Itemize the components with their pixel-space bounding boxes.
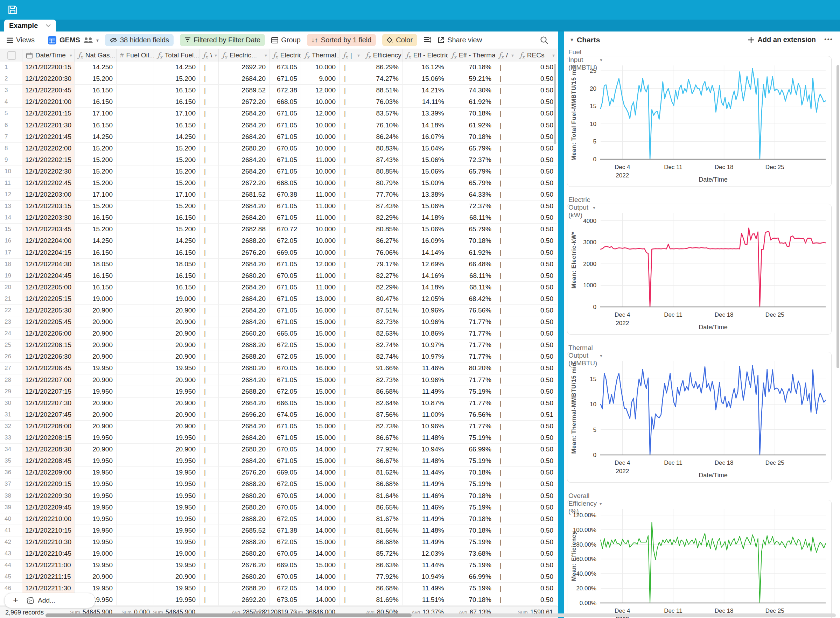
cell-fueloil[interactable] (116, 362, 154, 374)
cell-bar3[interactable]: | (495, 282, 516, 293)
cell-recs[interactable]: 0.50 (516, 166, 557, 177)
cell-thermal[interactable]: 14.000 (301, 467, 339, 478)
cell-bar2[interactable]: | (339, 409, 362, 420)
cell-recs[interactable]: 0.50 (516, 235, 557, 247)
cell-bar1[interactable]: | (199, 270, 219, 281)
cell-efficiency[interactable]: 80.79% (362, 177, 403, 189)
cell-bar2[interactable]: | (339, 478, 362, 490)
cell-bar2[interactable]: | (339, 270, 362, 281)
cell-eff_electric[interactable]: 16.07% (403, 131, 448, 143)
color-button[interactable]: Color (382, 34, 417, 46)
cell-bar2[interactable]: | (339, 374, 362, 386)
cell-datetime[interactable]: 12/1/202211:00 (22, 560, 74, 571)
cell-electric[interactable]: 2680.20 (219, 270, 269, 281)
cell-bar3[interactable]: | (495, 455, 516, 466)
cell-eff_thermal[interactable]: 66.99% (448, 571, 495, 582)
cell-bar3[interactable]: | (495, 212, 516, 223)
cell-totalfuel[interactable]: 19.950 (154, 432, 199, 443)
cell-fueloil[interactable] (116, 108, 154, 119)
cell-recs[interactable]: 0.50 (516, 548, 557, 559)
cell-recs[interactable]: 0.50 (516, 583, 557, 594)
cell-electric2[interactable]: 674.05 (269, 409, 301, 420)
cell-bar1[interactable]: | (199, 502, 219, 513)
cell-bar1[interactable]: | (199, 583, 219, 594)
cell-totalfuel[interactable]: 20.900 (154, 351, 199, 362)
cell-fueloil[interactable] (116, 224, 154, 235)
cell-eff_electric[interactable]: 13.38% (403, 189, 448, 200)
cell-eff_electric[interactable]: 14.18% (403, 212, 448, 223)
cell-eff_electric[interactable]: 11.44% (403, 467, 448, 478)
table-row[interactable]: 4012/1/202210:0019.95019.950|2688.20672.… (0, 513, 557, 525)
cell-bar2[interactable]: | (339, 305, 362, 316)
cell-thermal[interactable]: 10.000 (301, 247, 339, 258)
cell-natgas[interactable]: 15.200 (74, 166, 116, 177)
cell-rownum[interactable]: 46 (0, 583, 22, 594)
cell-thermal[interactable]: 14.000 (301, 583, 339, 594)
cell-recs[interactable]: 0.50 (516, 374, 557, 386)
cell-bar1[interactable]: | (199, 386, 219, 397)
table-row[interactable]: 3912/1/202209:4519.95019.950|2680.20670.… (0, 502, 557, 513)
cell-datetime[interactable]: 12/1/202202:45 (22, 177, 74, 189)
cell-bar2[interactable]: | (339, 583, 362, 594)
cell-rownum[interactable]: 39 (0, 502, 22, 513)
cell-bar3[interactable]: | (495, 189, 516, 200)
cell-electric[interactable]: 2684.20 (219, 282, 269, 293)
cell-natgas[interactable]: 16.150 (74, 247, 116, 258)
table-row[interactable]: 2312/1/202205:4520.90020.900|2684.20671.… (0, 316, 557, 328)
cell-electric2[interactable]: 670.38 (269, 189, 301, 200)
cell-bar1[interactable]: | (199, 73, 219, 84)
cell-natgas[interactable]: 15.200 (74, 73, 116, 84)
cell-natgas[interactable]: 20.900 (74, 305, 116, 316)
cell-electric2[interactable]: 672.05 (269, 235, 301, 247)
cell-rownum[interactable]: 37 (0, 478, 22, 490)
cell-natgas[interactable]: 19.950 (74, 513, 116, 524)
cell-natgas[interactable]: 20.900 (74, 328, 116, 339)
cell-electric[interactable]: 2684.20 (219, 316, 269, 328)
cell-bar3[interactable]: | (495, 247, 516, 258)
cell-electric[interactable]: 2688.20 (219, 386, 269, 397)
cell-recs[interactable]: 0.50 (516, 525, 557, 536)
cell-bar3[interactable]: | (495, 594, 516, 605)
cell-bar1[interactable]: | (199, 108, 219, 119)
cell-rownum[interactable]: 22 (0, 305, 22, 316)
cell-thermal[interactable]: 10.000 (301, 177, 339, 189)
cell-electric2[interactable]: 671.05 (269, 201, 301, 212)
cell-bar2[interactable]: | (339, 316, 362, 328)
cell-eff_electric[interactable]: 14.18% (403, 119, 448, 131)
table-row[interactable]: 3212/1/202208:0020.90020.900|2684.20671.… (0, 420, 557, 432)
cell-efficiency[interactable]: 88.51% (362, 85, 403, 96)
cell-electric2[interactable]: 669.05 (269, 560, 301, 571)
cell-eff_electric[interactable]: 12.03% (403, 548, 448, 559)
cell-bar1[interactable]: | (199, 467, 219, 478)
cell-fueloil[interactable] (116, 560, 154, 571)
cell-fueloil[interactable] (116, 258, 154, 270)
column-header-natgas[interactable]: ƒxNat Gas...▾ (74, 49, 116, 62)
cell-datetime[interactable]: 12/1/202200:30 (22, 73, 74, 84)
cell-totalfuel[interactable]: 19.950 (154, 478, 199, 490)
cell-recs[interactable]: 0.50 (516, 594, 557, 605)
cell-electric2[interactable]: 671.05 (269, 455, 301, 466)
cell-eff_thermal[interactable]: 75.19% (448, 583, 495, 594)
cell-totalfuel[interactable]: 19.950 (154, 513, 199, 524)
cell-eff_electric[interactable]: 11.00% (403, 409, 448, 420)
cell-bar2[interactable]: | (339, 201, 362, 212)
cell-efficiency[interactable]: 81.62% (362, 467, 403, 478)
cell-electric[interactable]: 2682.88 (219, 224, 269, 235)
cell-totalfuel[interactable]: 16.150 (154, 270, 199, 281)
table-row[interactable]: 812/1/202202:0015.20015.200|2680.20670.0… (0, 143, 557, 154)
share-view-button[interactable]: Share view (437, 36, 482, 44)
cell-bar1[interactable]: | (199, 293, 219, 305)
cell-recs[interactable]: 0.50 (516, 536, 557, 548)
cell-bar2[interactable]: | (339, 571, 362, 582)
cell-electric[interactable]: 2685.52 (219, 525, 269, 536)
cell-natgas[interactable]: 16.150 (74, 85, 116, 96)
cell-eff_thermal[interactable]: 70.18% (448, 490, 495, 501)
cell-eff_thermal[interactable]: 71.77% (448, 316, 495, 328)
chart-title-dropdown-electric-output-kw-[interactable]: Electric Output (kW)▾ (568, 196, 595, 219)
cell-electric2[interactable]: 670.05 (269, 490, 301, 501)
cell-thermal[interactable]: 11.000 (301, 282, 339, 293)
cell-thermal[interactable]: 16.000 (301, 305, 339, 316)
cell-bar3[interactable]: | (495, 328, 516, 339)
cell-electric[interactable]: 2684.20 (219, 305, 269, 316)
cell-recs[interactable]: 0.50 (516, 478, 557, 490)
